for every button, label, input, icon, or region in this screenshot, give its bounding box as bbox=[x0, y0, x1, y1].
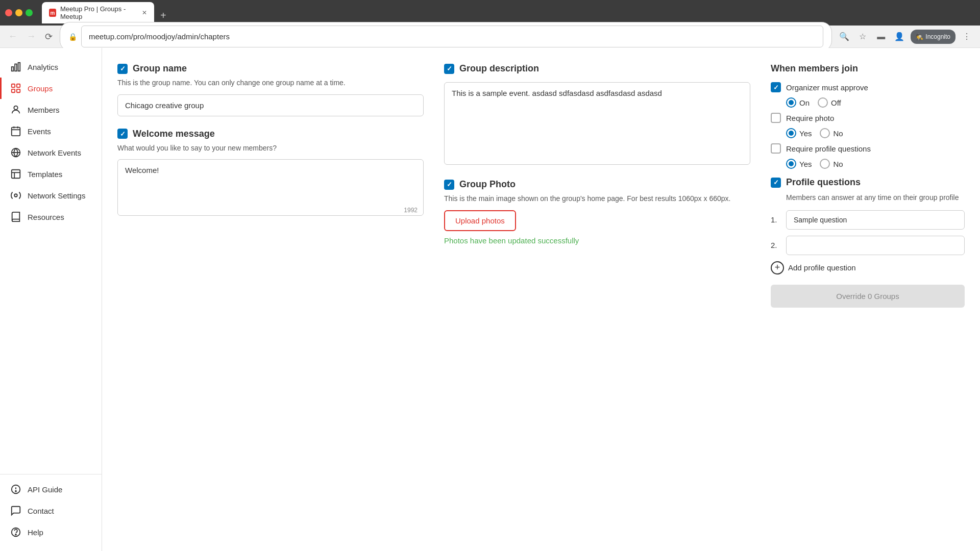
require-pq-no-button[interactable] bbox=[820, 159, 830, 169]
address-bar[interactable]: 🔒 bbox=[60, 22, 832, 51]
sidebar-item-resources[interactable]: Resources bbox=[0, 206, 102, 228]
group-description-input[interactable]: This is a sample event. asdasd sdfasdasd… bbox=[444, 82, 750, 165]
sidebar-item-events[interactable]: Events bbox=[0, 120, 102, 142]
svg-point-17 bbox=[14, 194, 17, 197]
organizer-approve-checkbox[interactable] bbox=[771, 82, 781, 92]
sidebar-item-groups-label: Groups bbox=[28, 84, 53, 93]
tab-close-button[interactable]: ✕ bbox=[142, 9, 147, 16]
require-photo-no-radio[interactable]: No bbox=[820, 128, 843, 138]
group-description-checkbox[interactable] bbox=[444, 64, 454, 74]
sidebar-item-network-settings-label: Network Settings bbox=[28, 191, 85, 200]
forward-button[interactable]: → bbox=[24, 29, 38, 44]
welcome-message-checkbox[interactable] bbox=[117, 129, 128, 139]
require-pq-checkbox[interactable] bbox=[771, 143, 781, 154]
require-photo-yes-radio[interactable]: Yes bbox=[786, 128, 812, 138]
network-events-icon bbox=[10, 147, 21, 158]
incognito-icon: 🕵 bbox=[916, 33, 923, 40]
sidebar-item-network-settings[interactable]: Network Settings bbox=[0, 185, 102, 206]
add-question-row[interactable]: + Add profile question bbox=[771, 261, 965, 274]
main-content: Group name This is the group name. You c… bbox=[102, 48, 980, 551]
upload-photos-button[interactable]: Upload photos bbox=[444, 210, 516, 231]
sidebar-item-help[interactable]: Help bbox=[0, 521, 102, 543]
sidebar-item-members[interactable]: Members bbox=[0, 99, 102, 120]
welcome-message-description: What would you like to say to your new m… bbox=[117, 143, 424, 154]
sidebar-item-groups[interactable]: Groups bbox=[0, 78, 102, 99]
override-groups-button: Override 0 Groups bbox=[771, 285, 965, 308]
require-photo-yes-no: Yes No bbox=[786, 128, 965, 138]
new-tab-button[interactable]: + bbox=[156, 8, 170, 23]
question-number-1: 1. bbox=[771, 215, 781, 224]
when-members-join-title: When members join bbox=[771, 63, 965, 74]
menu-icon[interactable]: ⋮ bbox=[960, 30, 974, 44]
add-question-icon: + bbox=[771, 261, 784, 274]
on-off-radio-group: On Off bbox=[786, 97, 965, 108]
sidebar-item-analytics[interactable]: Analytics bbox=[0, 56, 102, 78]
group-description-title: Group description bbox=[459, 63, 539, 74]
profile-questions-section: Profile questions Members can answer at … bbox=[771, 177, 965, 308]
question-input-2[interactable] bbox=[786, 236, 965, 255]
network-settings-icon bbox=[10, 190, 21, 201]
search-icon[interactable]: 🔍 bbox=[837, 30, 851, 44]
back-button[interactable]: ← bbox=[6, 29, 19, 44]
group-name-checkbox[interactable] bbox=[117, 64, 128, 74]
tab-title: Meetup Pro | Groups - Meetup bbox=[60, 5, 138, 20]
require-pq-yes-no: Yes No bbox=[786, 159, 965, 169]
svg-rect-5 bbox=[12, 89, 15, 92]
api-guide-icon bbox=[10, 484, 21, 495]
require-photo-no-button[interactable] bbox=[820, 128, 830, 138]
welcome-message-input[interactable]: Welcome! bbox=[117, 159, 424, 216]
extensions-icon[interactable]: ▬ bbox=[874, 30, 888, 44]
require-pq-label: Require profile questions bbox=[786, 144, 871, 153]
require-pq-row: Require profile questions bbox=[771, 143, 965, 154]
group-photo-checkbox[interactable] bbox=[444, 180, 454, 190]
sidebar-item-contact[interactable]: Contact bbox=[0, 500, 102, 521]
off-radio-button[interactable] bbox=[818, 97, 828, 108]
require-pq-yes-label: Yes bbox=[799, 160, 812, 168]
require-photo-no-label: No bbox=[833, 129, 843, 138]
require-photo-row: Require photo bbox=[771, 113, 965, 123]
sidebar-item-network-events[interactable]: Network Events bbox=[0, 142, 102, 163]
members-icon bbox=[10, 104, 21, 115]
require-pq-yes-button[interactable] bbox=[786, 159, 796, 169]
lock-icon: 🔒 bbox=[68, 33, 77, 41]
left-column: Group name This is the group name. You c… bbox=[117, 63, 424, 308]
help-icon bbox=[10, 527, 21, 538]
browser-toolbar-icons: 🔍 ☆ ▬ 👤 🕵 Incognito ⋮ bbox=[837, 30, 974, 44]
maximize-window-button[interactable] bbox=[26, 9, 33, 16]
require-pq-no-radio[interactable]: No bbox=[820, 159, 843, 169]
active-browser-tab[interactable]: m Meetup Pro | Groups - Meetup ✕ bbox=[42, 2, 154, 23]
incognito-label: Incognito bbox=[925, 33, 950, 40]
group-name-section: Group name This is the group name. You c… bbox=[117, 63, 424, 116]
require-photo-yes-button[interactable] bbox=[786, 128, 796, 138]
content-grid: Group name This is the group name. You c… bbox=[117, 63, 965, 308]
profile-icon[interactable]: 👤 bbox=[892, 30, 906, 44]
question-input-1[interactable] bbox=[786, 210, 965, 230]
off-label: Off bbox=[831, 98, 841, 107]
group-name-input[interactable] bbox=[117, 94, 424, 116]
sidebar-item-api-guide[interactable]: API Guide bbox=[0, 479, 102, 500]
on-radio[interactable]: On bbox=[786, 97, 810, 108]
minimize-window-button[interactable] bbox=[15, 9, 22, 16]
bookmark-icon[interactable]: ☆ bbox=[855, 30, 870, 44]
group-description-section: Group description This is a sample event… bbox=[444, 63, 750, 167]
app-container: Analytics Groups Members Events Network … bbox=[0, 48, 980, 551]
require-photo-checkbox[interactable] bbox=[771, 113, 781, 123]
right-column: When members join Organizer must approve… bbox=[771, 63, 965, 308]
svg-rect-2 bbox=[18, 63, 20, 71]
close-window-button[interactable] bbox=[5, 9, 12, 16]
require-pq-yes-radio[interactable]: Yes bbox=[786, 159, 812, 169]
svg-point-22 bbox=[15, 534, 16, 535]
reload-button[interactable]: ⟳ bbox=[43, 29, 55, 44]
svg-rect-3 bbox=[12, 84, 15, 87]
group-photo-title: Group Photo bbox=[459, 179, 516, 190]
on-radio-button[interactable] bbox=[786, 97, 796, 108]
url-input[interactable] bbox=[81, 26, 823, 47]
off-radio[interactable]: Off bbox=[818, 97, 841, 108]
organizer-approve-label: Organizer must approve bbox=[786, 83, 868, 92]
svg-point-7 bbox=[14, 106, 17, 110]
group-photo-section: Group Photo This is the main image shown… bbox=[444, 179, 750, 245]
profile-questions-checkbox[interactable] bbox=[771, 178, 781, 188]
welcome-message-section: Welcome message What would you like to s… bbox=[117, 129, 424, 218]
sidebar-item-contact-label: Contact bbox=[28, 507, 54, 515]
sidebar-item-templates[interactable]: Templates bbox=[0, 163, 102, 185]
